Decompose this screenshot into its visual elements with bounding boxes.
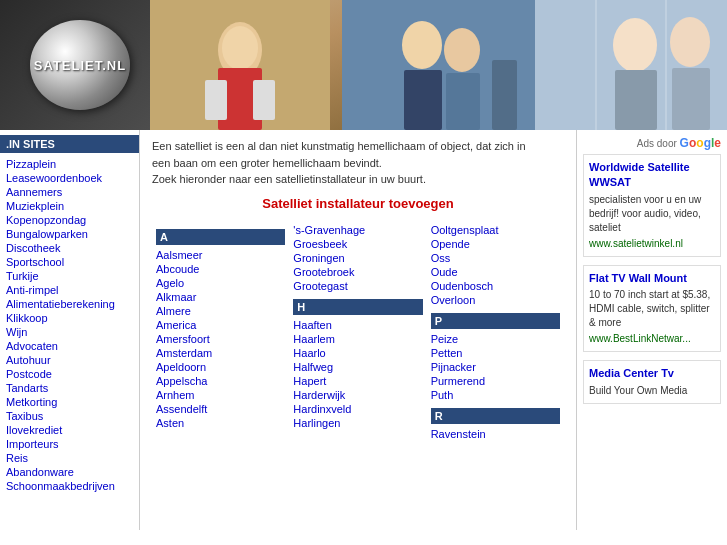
sidebar-link[interactable]: Tandarts — [0, 381, 139, 395]
add-installer-link[interactable]: Satelliet installateur toevoegen — [152, 196, 564, 211]
sidebar-link[interactable]: Kopenopzondag — [0, 213, 139, 227]
svg-point-17 — [670, 17, 710, 67]
svg-rect-20 — [665, 0, 667, 130]
sidebar-link[interactable]: Wijn — [0, 325, 139, 339]
sidebar-link[interactable]: Klikkoop — [0, 311, 139, 325]
sidebar-link[interactable]: Alimentatieberekening — [0, 297, 139, 311]
sidebar-link[interactable]: Aannemers — [0, 185, 139, 199]
city-column-2: 's-GravenhageGroesbeekGroningenGrootebro… — [289, 223, 426, 441]
city-link[interactable]: Opende — [431, 237, 560, 251]
ad-description: Build Your Own Media — [589, 385, 687, 396]
logo-ball: SATELIET.NL — [30, 20, 130, 110]
city-link[interactable]: Puth — [431, 388, 560, 402]
city-link[interactable]: Oude — [431, 265, 560, 279]
ad-block: Flat TV Wall Mount10 to 70 inch start at… — [583, 265, 721, 352]
sidebar-link[interactable]: Importeurs — [0, 437, 139, 451]
header-panel-3 — [535, 0, 727, 130]
city-link[interactable]: Hardinxveld — [293, 402, 422, 416]
city-link[interactable]: Ooltgensplaat — [431, 223, 560, 237]
city-link[interactable]: Haarlem — [293, 332, 422, 346]
city-link[interactable]: Almere — [156, 304, 285, 318]
svg-rect-6 — [205, 80, 227, 120]
letter-header-A: A — [156, 229, 285, 245]
ad-description: 10 to 70 inch start at $5.38, HDMI cable… — [589, 289, 710, 328]
city-link[interactable]: Arnhem — [156, 388, 285, 402]
svg-point-4 — [222, 26, 258, 70]
main-layout: .IN SITES PizzapleinLeasewoordenboekAann… — [0, 130, 727, 530]
city-link[interactable]: Grootegast — [293, 279, 422, 293]
city-link[interactable]: Agelo — [156, 276, 285, 290]
sidebar-link[interactable]: Muziekplein — [0, 199, 139, 213]
ad-link[interactable]: www.BestLinkNetwar... — [589, 332, 715, 346]
svg-rect-10 — [404, 70, 442, 130]
sidebar-links: PizzapleinLeasewoordenboekAannemersMuzie… — [0, 157, 139, 493]
city-link[interactable]: Haarlo — [293, 346, 422, 360]
right-ads: Ads door Google Worldwide Satellite WWSA… — [577, 130, 727, 530]
city-link[interactable]: America — [156, 318, 285, 332]
city-link[interactable]: Oudenbosch — [431, 279, 560, 293]
city-link[interactable]: Grootebroek — [293, 265, 422, 279]
logo-text: SATELIET.NL — [34, 58, 126, 73]
header-images — [150, 0, 727, 130]
header-panel-2 — [342, 0, 534, 130]
ad-block: Worldwide Satellite WWSATspecialisten vo… — [583, 154, 721, 257]
sidebar-link[interactable]: Schoonmaakbedrijven — [0, 479, 139, 493]
sidebar-link[interactable]: Ilovekrediet — [0, 423, 139, 437]
city-link[interactable]: Asten — [156, 416, 285, 430]
sidebar: .IN SITES PizzapleinLeasewoordenboekAann… — [0, 130, 140, 530]
sidebar-header: .IN SITES — [0, 135, 139, 153]
intro-line1: Een satelliet is een al dan niet kunstma… — [152, 140, 526, 152]
letter-header-P: P — [431, 313, 560, 329]
city-link[interactable]: 's-Gravenhage — [293, 223, 422, 237]
ads-label: Ads door — [637, 138, 677, 149]
city-link[interactable]: Abcoude — [156, 262, 285, 276]
city-link[interactable]: Groningen — [293, 251, 422, 265]
city-link[interactable]: Apeldoorn — [156, 360, 285, 374]
city-link[interactable]: Pijnacker — [431, 360, 560, 374]
sidebar-link[interactable]: Taxibus — [0, 409, 139, 423]
ad-title[interactable]: Media Center Tv — [589, 366, 715, 381]
sidebar-link[interactable]: Bungalowparken — [0, 227, 139, 241]
sidebar-link[interactable]: Pizzaplein — [0, 157, 139, 171]
intro-line2: een baan om een groter hemellichaam bevi… — [152, 157, 382, 169]
city-link[interactable]: Groesbeek — [293, 237, 422, 251]
header-panel-1 — [150, 0, 342, 130]
city-link[interactable]: Halfweg — [293, 360, 422, 374]
city-link[interactable]: Petten — [431, 346, 560, 360]
sidebar-link[interactable]: Turkije — [0, 269, 139, 283]
city-link[interactable]: Hapert — [293, 374, 422, 388]
city-link[interactable]: Alkmaar — [156, 290, 285, 304]
ad-title[interactable]: Worldwide Satellite WWSAT — [589, 160, 715, 191]
sidebar-link[interactable]: Autohuur — [0, 353, 139, 367]
svg-rect-16 — [615, 70, 657, 130]
city-link[interactable]: Assendelft — [156, 402, 285, 416]
sidebar-link[interactable]: Abandonware — [0, 465, 139, 479]
sidebar-link[interactable]: Discotheek — [0, 241, 139, 255]
ad-title[interactable]: Flat TV Wall Mount — [589, 271, 715, 286]
svg-rect-7 — [253, 80, 275, 120]
city-link[interactable]: Harlingen — [293, 416, 422, 430]
ad-link[interactable]: www.satelietwinkel.nl — [589, 237, 715, 251]
sidebar-link[interactable]: Reis — [0, 451, 139, 465]
city-link[interactable]: Purmerend — [431, 374, 560, 388]
sidebar-link[interactable]: Postcode — [0, 367, 139, 381]
city-link[interactable]: Oss — [431, 251, 560, 265]
city-link[interactable]: Aalsmeer — [156, 248, 285, 262]
intro-line3: Zoek hieronder naar een satellietinstall… — [152, 173, 426, 185]
city-link[interactable]: Amsterdam — [156, 346, 285, 360]
sidebar-link[interactable]: Leasewoordenboek — [0, 171, 139, 185]
city-link[interactable]: Amersfoort — [156, 332, 285, 346]
sidebar-link[interactable]: Anti-rimpel — [0, 283, 139, 297]
city-link[interactable]: Peize — [431, 332, 560, 346]
svg-rect-13 — [492, 60, 517, 130]
sidebar-link[interactable]: Sportschool — [0, 255, 139, 269]
city-link[interactable]: Harderwijk — [293, 388, 422, 402]
sidebar-link[interactable]: Advocaten — [0, 339, 139, 353]
city-link[interactable]: Appelscha — [156, 374, 285, 388]
city-link[interactable]: Ravenstein — [431, 427, 560, 441]
logo[interactable]: SATELIET.NL — [10, 10, 150, 120]
sidebar-link[interactable]: Metkorting — [0, 395, 139, 409]
city-link[interactable]: Haaften — [293, 318, 422, 332]
city-link[interactable]: Overloon — [431, 293, 560, 307]
svg-point-11 — [444, 28, 480, 72]
